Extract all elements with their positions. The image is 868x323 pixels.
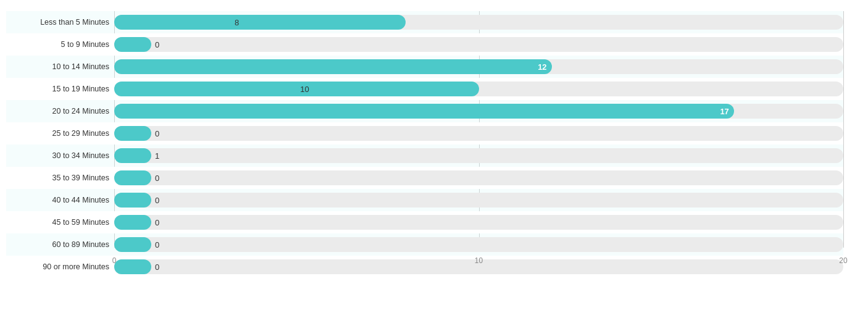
bar-row: 10 to 14 Minutes12	[6, 56, 843, 78]
bar-row: 5 to 9 Minutes0	[6, 33, 843, 56]
bar-fill: 1	[114, 148, 151, 163]
bar-label: Less than 5 Minutes	[6, 18, 114, 27]
bar-value: 0	[155, 129, 159, 138]
bar-value: 12	[538, 62, 546, 72]
bar-label: 10 to 14 Minutes	[6, 62, 114, 71]
bar-row: 35 to 39 Minutes0	[6, 167, 843, 189]
grid-line	[843, 11, 844, 248]
axis-label: 10	[475, 256, 483, 265]
bar-track: 12	[114, 59, 843, 74]
bar-fill: 8	[114, 15, 406, 30]
bar-track: 1	[114, 148, 843, 163]
bar-label: 90 or more Minutes	[6, 262, 114, 271]
bar-fill: 0	[114, 170, 151, 185]
bar-row: 45 to 59 Minutes0	[6, 211, 843, 233]
bar-track: 0	[114, 126, 843, 141]
bar-fill: 10	[114, 82, 479, 96]
bar-value: 0	[155, 40, 159, 49]
bar-label: 15 to 19 Minutes	[6, 85, 114, 93]
bar-fill: 0	[114, 215, 151, 230]
bar-value: 0	[155, 174, 159, 183]
bar-label: 20 to 24 Minutes	[6, 107, 114, 115]
bar-fill: 0	[114, 126, 151, 141]
axis-label: 0	[112, 256, 117, 265]
bar-fill: 0	[114, 193, 151, 208]
bar-fill: 17	[114, 104, 734, 119]
bar-row: 15 to 19 Minutes10	[6, 78, 843, 100]
bar-track: 0	[114, 215, 843, 230]
bars-area: Less than 5 Minutes85 to 9 Minutes010 to…	[6, 11, 856, 266]
bar-track: 0	[114, 37, 843, 52]
bar-label: 60 to 89 Minutes	[6, 240, 114, 249]
bar-value: 10	[300, 85, 309, 94]
bar-row: 40 to 44 Minutes0	[6, 189, 843, 211]
bar-label: 45 to 59 Minutes	[6, 218, 114, 227]
bar-label: 5 to 9 Minutes	[6, 40, 114, 49]
bar-row: 30 to 34 Minutes1	[6, 145, 843, 167]
bar-label: 30 to 34 Minutes	[6, 151, 114, 160]
bar-track: 17	[114, 104, 843, 119]
bar-fill: 12	[114, 59, 552, 74]
bar-value: 0	[155, 196, 159, 205]
bar-row: 25 to 29 Minutes0	[6, 122, 843, 145]
bar-row: 20 to 24 Minutes17	[6, 100, 843, 122]
bar-label: 40 to 44 Minutes	[6, 196, 114, 204]
axis-label: 20	[839, 256, 847, 265]
bar-label: 25 to 29 Minutes	[6, 129, 114, 138]
bar-track: 0	[114, 170, 843, 185]
bar-value: 0	[155, 218, 159, 227]
bar-fill: 0	[114, 37, 151, 52]
chart-container: Less than 5 Minutes85 to 9 Minutes010 to…	[0, 0, 868, 323]
bar-label: 35 to 39 Minutes	[6, 174, 114, 182]
bar-track: 10	[114, 82, 843, 96]
bar-track: 8	[114, 15, 843, 30]
bar-row: Less than 5 Minutes8	[6, 11, 843, 33]
bar-value: 17	[720, 107, 728, 116]
bar-value: 1	[155, 151, 159, 161]
bar-track: 0	[114, 193, 843, 208]
bar-value: 8	[235, 18, 239, 27]
